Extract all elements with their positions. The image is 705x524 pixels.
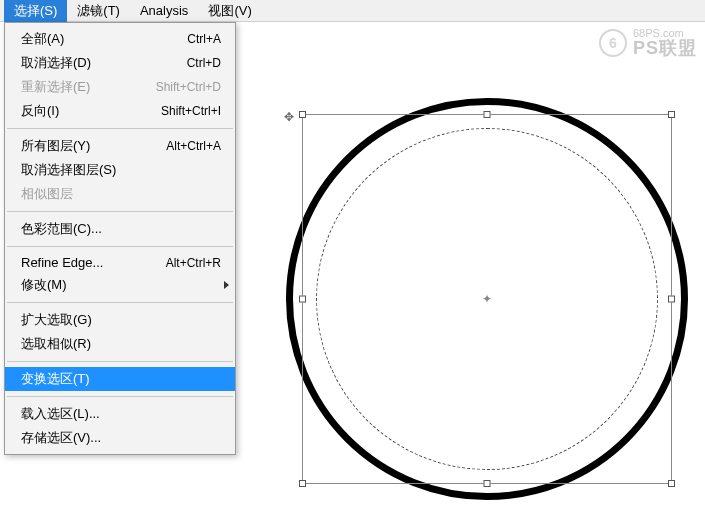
menu-filter[interactable]: 滤镜(T) xyxy=(67,0,130,22)
menuitem-label: 重新选择(E) xyxy=(21,78,90,96)
separator xyxy=(7,246,233,247)
menuitem-reselect: 重新选择(E) Shift+Ctrl+D xyxy=(5,75,235,99)
select-dropdown: 全部(A) Ctrl+A 取消选择(D) Ctrl+D 重新选择(E) Shif… xyxy=(4,22,236,455)
menuitem-label: 相似图层 xyxy=(21,185,73,203)
menuitem-label: 全部(A) xyxy=(21,30,64,48)
menuitem-all[interactable]: 全部(A) Ctrl+A xyxy=(5,27,235,51)
menuitem-label: 所有图层(Y) xyxy=(21,137,90,155)
menuitem-label: 修改(M) xyxy=(21,276,67,294)
menuitem-inverse[interactable]: 反向(I) Shift+Ctrl+I xyxy=(5,99,235,123)
transform-handle-top-mid[interactable] xyxy=(484,111,491,118)
watermark-text: 68PS.com PS联盟 xyxy=(633,28,697,57)
submenu-arrow-icon xyxy=(224,281,229,289)
menuitem-shortcut: Alt+Ctrl+R xyxy=(166,256,221,270)
menuitem-shortcut: Shift+Ctrl+D xyxy=(156,80,221,94)
menuitem-similar[interactable]: 选取相似(R) xyxy=(5,332,235,356)
transform-handle-bottom-mid[interactable] xyxy=(484,480,491,487)
menuitem-label: 载入选区(L)... xyxy=(21,405,100,423)
menuitem-label: 取消选择(D) xyxy=(21,54,91,72)
watermark: 6 68PS.com PS联盟 xyxy=(599,28,697,57)
menuitem-shortcut: Ctrl+D xyxy=(187,56,221,70)
menuitem-deselect-layers[interactable]: 取消选择图层(S) xyxy=(5,158,235,182)
menuitem-color-range[interactable]: 色彩范围(C)... xyxy=(5,217,235,241)
menuitem-shortcut: Ctrl+A xyxy=(187,32,221,46)
menuitem-label: 变换选区(T) xyxy=(21,370,90,388)
canvas[interactable]: ✥ 6 68PS.com PS联盟 ✦ xyxy=(236,22,705,524)
menuitem-load-selection[interactable]: 载入选区(L)... xyxy=(5,402,235,426)
transform-handle-top-left[interactable] xyxy=(299,111,306,118)
separator xyxy=(7,302,233,303)
menuitem-transform-selection[interactable]: 变换选区(T) xyxy=(5,367,235,391)
transform-bounding-box[interactable]: ✦ xyxy=(302,114,672,484)
transform-handle-bottom-right[interactable] xyxy=(668,480,675,487)
move-cursor-icon: ✥ xyxy=(284,110,294,124)
transform-handle-mid-left[interactable] xyxy=(299,296,306,303)
separator xyxy=(7,396,233,397)
menuitem-label: 扩大选取(G) xyxy=(21,311,92,329)
transform-handle-top-right[interactable] xyxy=(668,111,675,118)
separator xyxy=(7,128,233,129)
watermark-logo-icon: 6 xyxy=(599,29,627,57)
menuitem-label: 存储选区(V)... xyxy=(21,429,101,447)
menuitem-label: 反向(I) xyxy=(21,102,59,120)
menuitem-label: 色彩范围(C)... xyxy=(21,220,102,238)
menuitem-all-layers[interactable]: 所有图层(Y) Alt+Ctrl+A xyxy=(5,134,235,158)
transform-anchor-icon[interactable]: ✦ xyxy=(482,292,492,306)
menuitem-grow[interactable]: 扩大选取(G) xyxy=(5,308,235,332)
menuitem-deselect[interactable]: 取消选择(D) Ctrl+D xyxy=(5,51,235,75)
menu-view[interactable]: 视图(V) xyxy=(198,0,261,22)
menu-analysis[interactable]: Analysis xyxy=(130,1,198,20)
menubar: 选择(S) 滤镜(T) Analysis 视图(V) xyxy=(0,0,705,22)
menuitem-refine-edge[interactable]: Refine Edge... Alt+Ctrl+R xyxy=(5,252,235,273)
menuitem-label: 取消选择图层(S) xyxy=(21,161,116,179)
menuitem-similar-layers: 相似图层 xyxy=(5,182,235,206)
menu-select[interactable]: 选择(S) xyxy=(4,0,67,22)
menuitem-label: 选取相似(R) xyxy=(21,335,91,353)
menuitem-save-selection[interactable]: 存储选区(V)... xyxy=(5,426,235,450)
separator xyxy=(7,211,233,212)
watermark-brand: PS联盟 xyxy=(633,39,697,57)
transform-handle-mid-right[interactable] xyxy=(668,296,675,303)
menuitem-shortcut: Shift+Ctrl+I xyxy=(161,104,221,118)
transform-handle-bottom-left[interactable] xyxy=(299,480,306,487)
menuitem-label: Refine Edge... xyxy=(21,255,103,270)
separator xyxy=(7,361,233,362)
menuitem-shortcut: Alt+Ctrl+A xyxy=(166,139,221,153)
menuitem-modify[interactable]: 修改(M) xyxy=(5,273,235,297)
